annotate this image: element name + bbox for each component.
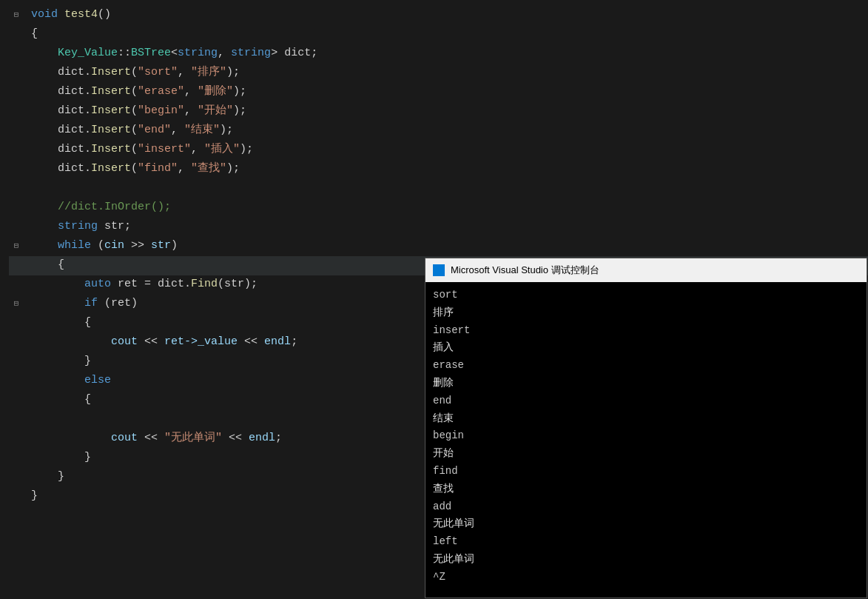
console-output-2: 排序 (433, 304, 859, 322)
console-output-11: find (433, 463, 859, 481)
console-output-7: end (433, 392, 859, 410)
console-output-5: erase (433, 357, 859, 375)
console-content: sort 排序 insert 插入 erase 删除 end 结束 begin … (425, 282, 867, 598)
code-line-2: { (9, 25, 868, 44)
gutter-13: ⊟ (9, 240, 24, 253)
vs-icon (433, 264, 445, 276)
code-line-4: dict.Insert("sort", "排序"); (9, 64, 868, 83)
console-output-12: 查找 (433, 481, 859, 498)
console-output-8: 结束 (433, 410, 859, 428)
console-output-14: 无此单词 (433, 515, 859, 533)
console-output-3: insert (433, 322, 859, 340)
console-output-16: 无此单词 (433, 551, 859, 569)
gutter-1: ⊟ (9, 9, 24, 22)
console-output-15: left (433, 533, 859, 551)
console-output-1: sort (433, 287, 859, 304)
console-output-17: ^Z (433, 569, 859, 586)
gutter-16: ⊟ (9, 298, 24, 311)
console-window: Microsoft Visual Studio 调试控制台 sort 排序 in… (425, 258, 867, 598)
console-output-10: 开始 (433, 445, 859, 463)
code-line-12: string str; (9, 218, 868, 237)
code-line-7: dict.Insert("end", "结束"); (9, 121, 868, 141)
code-line-5: dict.Insert("erase", "删除"); (9, 83, 868, 102)
console-output-13: add (433, 498, 859, 516)
console-output-9: begin (433, 427, 859, 445)
code-line-6: dict.Insert("begin", "开始"); (9, 102, 868, 121)
code-line-10 (9, 179, 868, 198)
code-line-11: //dict.InOrder(); (9, 198, 868, 218)
console-output-6: 删除 (433, 375, 859, 392)
console-titlebar: Microsoft Visual Studio 调试控制台 (425, 258, 867, 282)
code-line-9: dict.Insert("find", "查找"); (9, 160, 868, 179)
console-output-4: 插入 (433, 339, 859, 357)
code-line-3: Key_Value::BSTree<string, string> dict; (9, 44, 868, 64)
code-line-8: dict.Insert("insert", "插入"); (9, 141, 868, 160)
console-title: Microsoft Visual Studio 调试控制台 (451, 264, 599, 277)
code-line-13: ⊟ while (cin >> str) (9, 237, 868, 256)
code-line-1: ⊟ void test4() (9, 6, 868, 25)
